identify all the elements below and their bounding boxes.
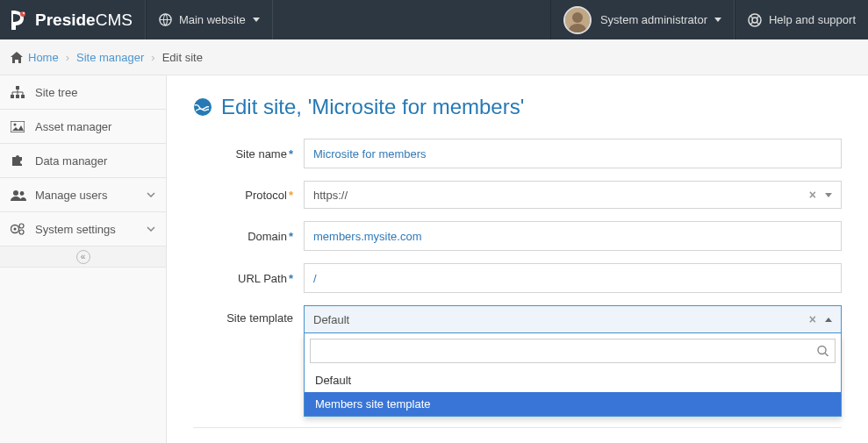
site-name-input[interactable]: [304, 139, 842, 168]
brand-strong: Preside: [35, 11, 96, 29]
home-icon: [11, 52, 23, 63]
form-row-domain: Domain*: [193, 221, 842, 251]
dropdown-option-default[interactable]: Default: [305, 368, 841, 392]
nav-spacer: [273, 0, 550, 39]
chevron-right-icon: ›: [151, 51, 154, 64]
sidebar-item-system-settings[interactable]: System settings: [0, 212, 166, 247]
cogs-icon: [11, 223, 30, 235]
svg-point-19: [19, 230, 24, 234]
sidebar-item-label: Asset manager: [35, 120, 155, 133]
breadcrumb-current: Edit site: [162, 51, 203, 64]
form-row-protocol: Protocol* https:// ×: [193, 181, 842, 209]
required-indicator: *: [289, 272, 293, 285]
globe-icon: [159, 13, 172, 26]
collapse-icon: «: [76, 250, 90, 264]
search-icon: [817, 346, 829, 357]
svg-point-4: [572, 12, 583, 23]
form-label: URL Path*: [193, 272, 304, 285]
svg-point-1: [23, 12, 25, 14]
breadcrumb: Home › Site manager › Edit site: [0, 39, 868, 75]
avatar: [563, 6, 592, 34]
brand-logo-icon: [9, 9, 35, 32]
svg-point-0: [20, 11, 25, 17]
svg-rect-8: [16, 86, 19, 89]
site-template-select[interactable]: Default ×: [304, 305, 842, 333]
sidebar-item-label: Site tree: [35, 86, 155, 99]
clear-icon[interactable]: ×: [804, 312, 821, 326]
breadcrumb-home[interactable]: Home: [28, 51, 59, 64]
form-actions-placeholder: [193, 427, 842, 443]
site-template-value: Default: [313, 313, 804, 326]
image-icon: [11, 121, 30, 132]
sidebar-collapse-toggle[interactable]: «: [0, 247, 166, 268]
nav-main-website-label: Main website: [179, 13, 246, 26]
form-row-site-template: Site template Default × Default: [193, 305, 842, 417]
dropdown-search-input[interactable]: [310, 339, 836, 363]
nav-help-label: Help and support: [769, 13, 856, 26]
nav-user-label: System administrator: [600, 13, 707, 26]
sidebar-item-label: Data manager: [35, 154, 155, 168]
form-label: Protocol*: [193, 189, 304, 202]
life-ring-icon: [748, 13, 762, 27]
main-layout: Site tree Asset manager Data manager Man…: [0, 75, 868, 443]
required-indicator: *: [289, 147, 293, 161]
caret-up-icon: [821, 318, 836, 322]
sidebar-item-label: Manage users: [35, 189, 147, 202]
required-indicator: *: [289, 189, 293, 202]
url-path-input[interactable]: [304, 263, 842, 293]
sitemap-icon: [11, 86, 30, 98]
puzzle-icon: [11, 154, 30, 168]
caret-down-icon: [714, 18, 721, 22]
svg-rect-11: [21, 95, 25, 98]
users-icon: [11, 189, 30, 201]
breadcrumb-site-manager[interactable]: Site manager: [76, 51, 144, 64]
svg-point-14: [13, 190, 18, 196]
brand[interactable]: PresideCMS: [0, 0, 146, 39]
top-navbar: PresideCMS Main website System administr…: [0, 0, 868, 39]
sidebar-item-data-manager[interactable]: Data manager: [0, 144, 166, 178]
svg-point-13: [14, 123, 17, 125]
svg-rect-12: [11, 121, 25, 132]
svg-point-21: [818, 347, 826, 354]
svg-point-17: [14, 228, 17, 231]
chevron-down-icon: [147, 226, 155, 232]
form-row-site-name: Site name*: [193, 139, 842, 168]
globe-icon: [193, 97, 212, 117]
sidebar-item-site-tree[interactable]: Site tree: [0, 75, 166, 110]
sidebar-item-label: System settings: [35, 223, 147, 236]
form-label: Site name*: [193, 147, 304, 161]
svg-point-18: [19, 224, 24, 228]
brand-text: PresideCMS: [35, 11, 133, 30]
nav-main-website[interactable]: Main website: [146, 0, 273, 39]
caret-down-icon: [821, 193, 836, 197]
sidebar: Site tree Asset manager Data manager Man…: [0, 75, 167, 443]
brand-light: CMS: [96, 11, 133, 29]
nav-help[interactable]: Help and support: [735, 0, 868, 39]
page-title: Edit site, 'Microsite for members': [193, 95, 842, 119]
clear-icon[interactable]: ×: [804, 188, 821, 202]
form-label: Domain*: [193, 230, 304, 243]
chevron-right-icon: ›: [66, 51, 69, 64]
site-template-dropdown: Default Members site template: [304, 333, 842, 417]
form-label: Site template: [193, 305, 304, 325]
svg-rect-10: [16, 95, 19, 98]
dropdown-search-wrap: [305, 333, 841, 368]
protocol-select[interactable]: https:// ×: [304, 181, 842, 209]
caret-down-icon: [253, 18, 260, 22]
form-row-url-path: URL Path*: [193, 263, 842, 293]
svg-point-15: [20, 191, 25, 196]
domain-input[interactable]: [304, 221, 842, 251]
nav-user-menu[interactable]: System administrator: [550, 0, 735, 39]
chevron-down-icon: [147, 192, 155, 197]
dropdown-option-members[interactable]: Members site template: [305, 392, 841, 416]
sidebar-item-manage-users[interactable]: Manage users: [0, 178, 166, 212]
content-area: Edit site, 'Microsite for members' Site …: [167, 75, 868, 443]
svg-rect-9: [11, 95, 14, 98]
protocol-value: https://: [313, 189, 804, 202]
required-indicator: *: [289, 230, 293, 243]
page-title-text: Edit site, 'Microsite for members': [221, 95, 524, 119]
sidebar-item-asset-manager[interactable]: Asset manager: [0, 110, 166, 144]
